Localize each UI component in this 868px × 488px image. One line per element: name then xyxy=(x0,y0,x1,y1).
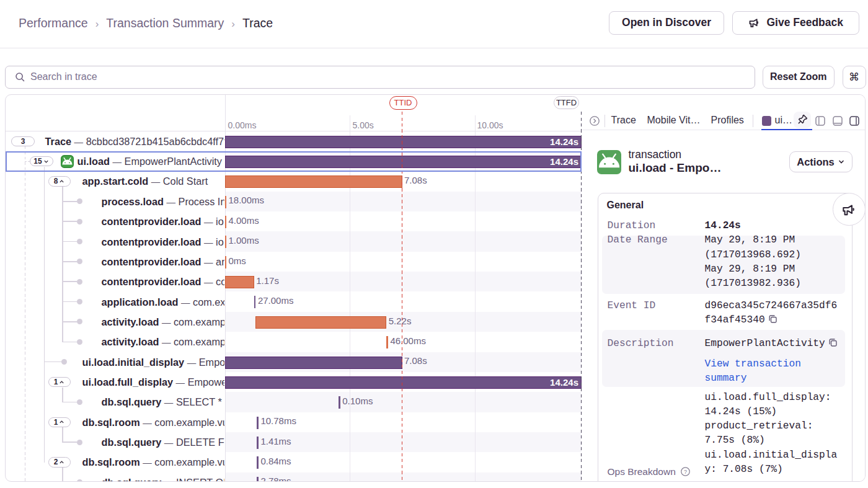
svg-text:?: ? xyxy=(684,469,687,475)
